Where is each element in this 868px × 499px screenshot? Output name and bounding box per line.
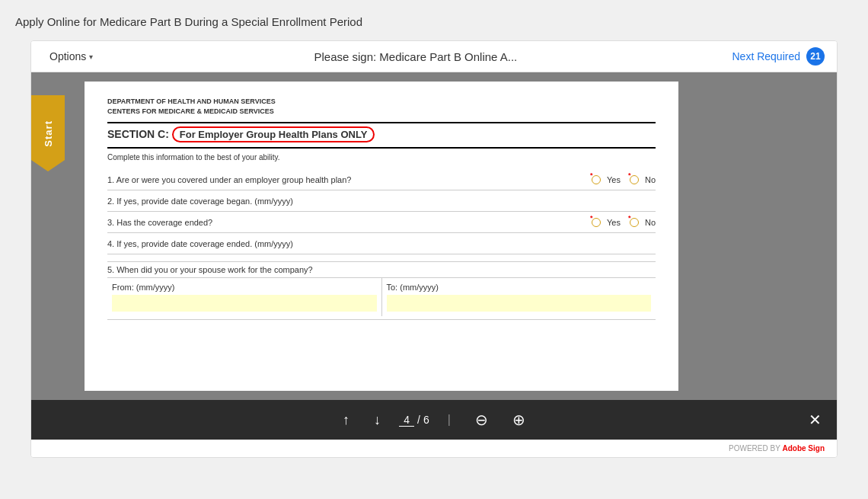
bottom-toolbar: ↑ ↓ 4 / 6 | ⊖ ⊕ ✕	[31, 400, 837, 440]
question-1-label: 1. Are or were you covered under an empl…	[107, 175, 592, 184]
q1-yes-required-star: *	[590, 171, 593, 179]
section-subtitle: Complete this information to the best of…	[107, 153, 656, 162]
section-top-divider	[107, 122, 656, 123]
document-page: DEPARTMENT OF HEALTH AND HUMAN SERVICES …	[85, 82, 678, 391]
q1-no-radio[interactable]	[630, 175, 639, 184]
q1-options: * Yes * No	[592, 174, 656, 184]
q3-number: 3.	[107, 218, 116, 227]
q4-number: 4.	[107, 239, 116, 248]
q3-options: * Yes * No	[592, 217, 656, 227]
toolbar-divider: |	[448, 413, 451, 427]
adobe-sign-label: Adobe Sign	[782, 444, 825, 453]
question-4-label: 4. If yes, provide date coverage ended. …	[107, 239, 656, 248]
next-required-label: Next Required	[732, 50, 801, 62]
q1-text: Are or were you covered under an employe…	[116, 175, 352, 184]
q3-text: Has the coverage ended?	[116, 218, 212, 227]
page-separator: /	[417, 414, 420, 426]
document-title: Please sign: Medicare Part B Online A...	[99, 50, 732, 63]
zoom-out-button[interactable]: ⊖	[469, 408, 494, 432]
q3-yes-label: Yes	[607, 218, 621, 227]
q1-no-required-star: *	[628, 171, 631, 179]
footer: POWERED BY Adobe Sign	[31, 440, 837, 457]
q3-no-radio[interactable]	[630, 218, 639, 227]
section-divider	[107, 147, 656, 149]
question-2-label: 2. If yes, provide date coverage began. …	[107, 197, 656, 206]
dept-header: DEPARTMENT OF HEALTH AND HUMAN SERVICES …	[107, 97, 656, 116]
q4-text: If yes, provide date coverage ended. (mm…	[116, 239, 293, 248]
section-title: SECTION C: For Employer Group Health Pla…	[107, 126, 656, 142]
current-page: 4	[399, 414, 414, 427]
q5-label: 5. When did you or your spouse work for …	[107, 265, 656, 274]
q1-yes-label: Yes	[607, 175, 621, 184]
page-indicator: 4 / 6	[399, 414, 429, 427]
from-date-input[interactable]	[112, 295, 377, 312]
page-title: Apply Online for Medicare Part B During …	[15, 15, 362, 28]
q3-yes-radio-container[interactable]: *	[592, 217, 602, 227]
from-label: From: (mm/yyyy)	[112, 283, 377, 292]
q3-yes-required-star: *	[590, 214, 593, 222]
next-required-button[interactable]: Next Required 21	[732, 47, 825, 66]
q1-no-label: No	[645, 175, 656, 184]
question-5-row: 5. When did you or your spouse work for …	[107, 262, 656, 320]
to-date-cell: To: (mm/yyyy)	[382, 278, 656, 316]
section-prefix: SECTION C:	[107, 128, 169, 140]
q2-number: 2.	[107, 197, 116, 206]
question-3-label: 3. Has the coverage ended?	[107, 218, 592, 227]
start-tab[interactable]: Start	[31, 95, 65, 171]
q5-number: 5.	[107, 265, 116, 274]
main-container: Options ▾ Please sign: Medicare Part B O…	[30, 40, 838, 458]
question-2-row: 2. If yes, provide date coverage began. …	[107, 190, 656, 212]
page-up-button[interactable]: ↑	[337, 409, 356, 431]
to-label: To: (mm/yyyy)	[387, 283, 652, 292]
section-gap	[107, 254, 656, 262]
section-highlight: For Employer Group Health Plans ONLY	[172, 126, 375, 142]
chevron-down-icon: ▾	[89, 53, 93, 61]
question-1-row: 1. Are or were you covered under an empl…	[107, 169, 656, 190]
q5-text: When did you or your spouse work for the…	[116, 265, 312, 274]
q1-number: 1.	[107, 175, 116, 184]
page-down-button[interactable]: ↓	[368, 409, 387, 431]
options-button[interactable]: Options ▾	[43, 47, 99, 66]
from-date-cell: From: (mm/yyyy)	[107, 278, 382, 316]
q3-no-radio-container[interactable]: *	[630, 217, 640, 227]
total-pages: 6	[423, 414, 429, 426]
q2-text: If yes, provide date coverage began. (mm…	[116, 197, 293, 206]
q1-yes-radio-container[interactable]: *	[592, 174, 602, 184]
close-button[interactable]: ✕	[809, 411, 822, 429]
question-3-row: 3. Has the coverage ended? * Yes * No	[107, 212, 656, 233]
options-label: Options	[49, 50, 86, 62]
start-tab-label: Start	[43, 120, 54, 147]
powered-by-label: POWERED BY	[729, 444, 780, 453]
q1-no-radio-container[interactable]: *	[630, 174, 640, 184]
document-area: Start DEPARTMENT OF HEALTH AND HUMAN SER…	[31, 72, 837, 400]
q3-no-label: No	[645, 218, 656, 227]
question-4-row: 4. If yes, provide date coverage ended. …	[107, 233, 656, 254]
next-required-badge: 21	[806, 47, 825, 66]
q3-no-required-star: *	[628, 214, 631, 222]
toolbar: Options ▾ Please sign: Medicare Part B O…	[31, 41, 837, 72]
to-date-input[interactable]	[387, 295, 652, 312]
zoom-in-button[interactable]: ⊕	[506, 408, 531, 432]
